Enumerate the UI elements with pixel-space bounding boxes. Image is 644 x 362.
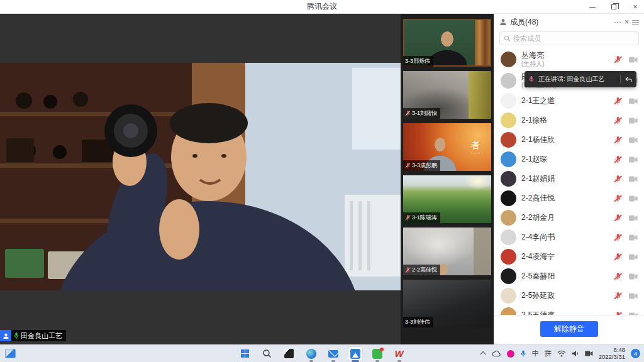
member-row[interactable]: 2-1徐格 bbox=[494, 111, 644, 130]
member-name: 2-2胡金月 bbox=[521, 213, 609, 222]
member-camera-icon[interactable] bbox=[629, 293, 638, 299]
member-camera-icon[interactable] bbox=[629, 176, 638, 182]
avatar bbox=[501, 93, 516, 109]
camera-tray-icon[interactable] bbox=[585, 351, 593, 356]
member-camera-icon[interactable] bbox=[629, 57, 638, 63]
member-search-input[interactable] bbox=[513, 35, 635, 42]
video-thumbnail[interactable]: 2-2高佳悦 bbox=[403, 228, 491, 275]
member-row[interactable]: 2-5秦赫阳 bbox=[494, 266, 644, 286]
close-button[interactable]: × bbox=[630, 2, 640, 12]
widgets-icon[interactable] bbox=[5, 349, 16, 358]
member-row[interactable]: 2-2高佳悦 bbox=[494, 189, 644, 208]
avatar bbox=[501, 249, 516, 265]
member-mic-icon[interactable] bbox=[614, 175, 621, 183]
edge-browser-icon[interactable] bbox=[304, 347, 318, 361]
thumbnail-name-label: 2-2高佳悦 bbox=[403, 265, 440, 275]
avatar bbox=[501, 151, 516, 167]
video-thumbnail[interactable]: 3-3刘佳伟 bbox=[403, 280, 491, 327]
member-mic-icon[interactable] bbox=[614, 136, 621, 144]
member-row[interactable]: 2-5孙延政 bbox=[494, 286, 644, 305]
wps-office-icon[interactable]: W bbox=[392, 347, 406, 361]
member-mic-icon[interactable] bbox=[614, 116, 621, 124]
member-row[interactable]: 2-5王德睿 bbox=[494, 305, 644, 315]
thumbnail-name: 2-2高佳悦 bbox=[412, 266, 437, 274]
member-row[interactable]: 2-4李尚书 bbox=[494, 228, 644, 247]
volume-icon[interactable] bbox=[572, 350, 579, 357]
member-row[interactable]: 2-1王之道 bbox=[494, 91, 644, 111]
mic-muted-icon bbox=[405, 162, 411, 169]
wifi-icon[interactable] bbox=[557, 350, 566, 357]
member-camera-icon[interactable] bbox=[629, 215, 638, 221]
member-row[interactable]: 2-2胡金月 bbox=[494, 208, 644, 228]
member-mic-icon[interactable] bbox=[614, 233, 621, 241]
speaker-name: 田金良山工艺 bbox=[21, 331, 62, 341]
close-panel-icon[interactable]: × bbox=[625, 18, 629, 26]
member-row[interactable]: 2-1杨佳欣 bbox=[494, 130, 644, 150]
mic-muted-icon bbox=[405, 214, 411, 221]
member-mic-icon[interactable] bbox=[614, 214, 621, 222]
member-mic-icon[interactable] bbox=[614, 97, 621, 105]
onedrive-cloud-icon[interactable] bbox=[492, 351, 501, 357]
member-camera-icon[interactable] bbox=[629, 195, 638, 202]
tray-app-pink-icon[interactable] bbox=[507, 350, 514, 358]
window-controls: × bbox=[587, 0, 640, 14]
member-mic-icon[interactable] bbox=[614, 311, 621, 315]
reply-arrow-icon[interactable] bbox=[625, 76, 633, 83]
taskbar-center: W bbox=[238, 347, 406, 361]
video-thumbnail[interactable]: 者 3-3成彭鹏 bbox=[403, 123, 491, 171]
member-row[interactable]: 丛海亮 (主持人) bbox=[494, 49, 644, 70]
video-thumbnail[interactable]: 3-1刘露怡 bbox=[403, 71, 491, 119]
avatar bbox=[501, 52, 516, 67]
panel-footer: 解除静音 bbox=[494, 315, 644, 344]
member-role: (主持人) bbox=[521, 60, 609, 69]
member-camera-icon[interactable] bbox=[629, 98, 638, 104]
speaking-toast: 正在讲话: 田金良山工艺 bbox=[525, 71, 636, 87]
video-thumbnail[interactable]: 3-1陈瑞涛 bbox=[403, 175, 491, 223]
member-mic-icon[interactable] bbox=[614, 272, 621, 280]
member-camera-icon[interactable] bbox=[629, 254, 638, 260]
ime-language-indicator[interactable]: 中 bbox=[532, 349, 539, 358]
restore-button[interactable] bbox=[609, 2, 619, 12]
member-search-box[interactable] bbox=[499, 31, 639, 45]
member-mic-icon[interactable] bbox=[614, 155, 621, 163]
member-row[interactable]: 2-1赵琛 bbox=[494, 150, 644, 169]
member-camera-icon[interactable] bbox=[629, 156, 638, 163]
more-options-icon[interactable]: ··· bbox=[614, 18, 621, 26]
avatar bbox=[501, 171, 516, 187]
clock[interactable]: 8:48 2022/3/31 bbox=[599, 347, 625, 361]
search-taskbar-icon[interactable] bbox=[260, 347, 274, 361]
tencent-meeting-taskbar-icon[interactable] bbox=[348, 347, 362, 361]
toast-divider bbox=[620, 75, 621, 84]
member-row[interactable]: 2-4凌海宁 bbox=[494, 247, 644, 266]
main-video bbox=[0, 63, 401, 290]
file-explorer-icon[interactable] bbox=[282, 347, 296, 361]
wechat-icon[interactable] bbox=[370, 347, 384, 361]
member-camera-icon[interactable] bbox=[629, 118, 638, 124]
thumbnail-name-label: 3-3刘佳伟 bbox=[403, 317, 433, 327]
member-mic-icon[interactable] bbox=[614, 292, 621, 300]
ime-mode-indicator[interactable]: 拼 bbox=[545, 349, 552, 358]
member-row[interactable]: 2-1赵娟娟 bbox=[494, 169, 644, 189]
mail-app-icon[interactable] bbox=[326, 347, 340, 361]
tray-microphone-icon[interactable] bbox=[520, 349, 526, 358]
member-name: 2-4李尚书 bbox=[521, 233, 609, 242]
member-name: 2-2高佳悦 bbox=[521, 194, 609, 203]
member-camera-icon[interactable] bbox=[629, 137, 638, 143]
thumbnail-name: 3-3成彭鹏 bbox=[412, 162, 437, 170]
member-mic-icon[interactable] bbox=[614, 55, 621, 63]
member-camera-icon[interactable] bbox=[629, 234, 638, 241]
video-thumbnail[interactable]: 3-3邢烁伟 bbox=[403, 19, 491, 67]
panel-menu-icon[interactable] bbox=[632, 20, 639, 25]
avatar bbox=[501, 268, 516, 284]
member-camera-icon[interactable] bbox=[629, 273, 638, 280]
minimize-button[interactable] bbox=[587, 2, 597, 12]
tray-chevron-up-icon[interactable] bbox=[482, 351, 486, 356]
member-mic-icon[interactable] bbox=[614, 194, 621, 202]
main-video-stage[interactable]: 田金良山工艺 bbox=[0, 14, 401, 344]
start-button[interactable] bbox=[238, 347, 252, 361]
video-thumbnail-rail: 3-3邢烁伟 3-1刘露怡 者 bbox=[401, 14, 494, 344]
member-mic-icon[interactable] bbox=[614, 253, 621, 261]
unmute-button[interactable]: 解除静音 bbox=[540, 321, 598, 337]
notification-badge[interactable]: 4 bbox=[631, 349, 640, 358]
virtual-bg-text: 者 bbox=[470, 140, 480, 153]
